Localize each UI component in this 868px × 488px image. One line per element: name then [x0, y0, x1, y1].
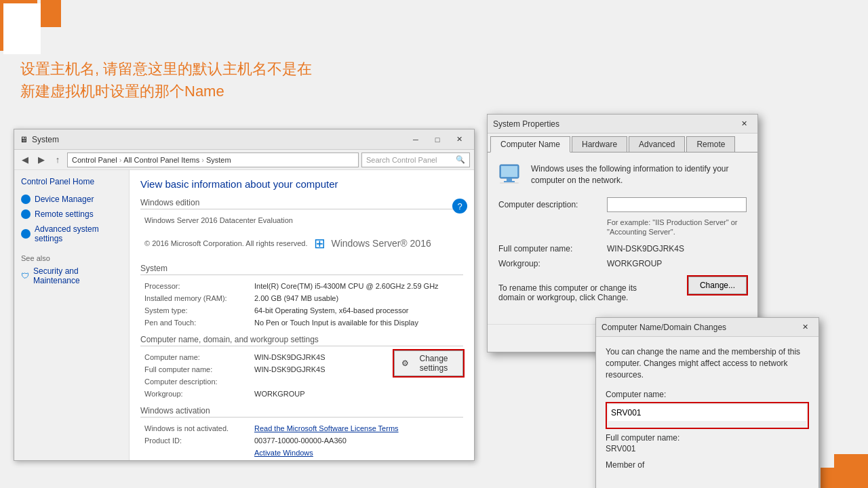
system-window-title: System: [32, 135, 59, 144]
pen-touch-label: Pen and Touch:: [142, 317, 250, 328]
sidebar-item-advanced-settings[interactable]: Advanced system settings: [21, 224, 122, 243]
comp-name-value: WIN-DSK9DGJRK4S: [252, 352, 393, 363]
device-manager-icon: [21, 195, 31, 204]
nav-back-button[interactable]: ◀: [18, 153, 32, 167]
workgroup-field-value: WORKGROUP: [607, 259, 662, 268]
address-bar: ◀ ▶ ↑ Control Panel › All Control Panel …: [14, 150, 474, 170]
product-id-label: Product ID:: [142, 435, 250, 446]
description-value2: [252, 376, 393, 387]
full-name-field-row: Full computer name: WIN-DSK9DGJRK4S: [498, 244, 747, 253]
nav-up-button[interactable]: ↑: [51, 153, 64, 167]
breadcrumb-sep2: ›: [201, 156, 204, 164]
domain-dialog-titlebar: Computer Name/Domain Changes ✕: [596, 318, 818, 337]
description-label2: Computer description:: [142, 376, 250, 387]
computer-name-input-label: Computer name:: [606, 390, 809, 399]
maximize-button[interactable]: □: [428, 133, 447, 146]
svg-rect-8: [504, 181, 515, 182]
background-decoration-bottomright: [814, 434, 868, 488]
workgroup-value2: WORKGROUP: [252, 388, 393, 399]
windows-edition-copyright: © 2016 Microsoft Corporation. All rights…: [142, 227, 462, 257]
computer-name-info: Windows uses the following information t…: [531, 163, 747, 186]
breadcrumb-part3[interactable]: System: [206, 156, 231, 164]
domain-dialog-title: Computer Name/Domain Changes: [601, 323, 726, 332]
tab-remote[interactable]: Remote: [686, 136, 735, 152]
windows-edition-table: Windows Server 2016 Datacenter Evaluatio…: [140, 214, 463, 258]
tab-computer-name[interactable]: Computer Name: [490, 136, 570, 152]
description-field-row: Computer description:: [498, 197, 747, 212]
minimize-button[interactable]: ─: [406, 133, 425, 146]
computer-name-input-container: [606, 402, 809, 429]
heading-line1: 设置主机名, 请留意这里的默认主机名不是在: [20, 58, 312, 80]
product-id-value: 00377-10000-00000-AA360: [252, 435, 462, 446]
description-input[interactable]: [607, 197, 747, 212]
system-type-value: 64-bit Operating System, x64-based proce…: [252, 305, 462, 316]
help-icon[interactable]: ?: [452, 199, 467, 214]
domain-changes-dialog: Computer Name/Domain Changes ✕ You can c…: [595, 317, 819, 488]
remote-settings-icon: [21, 209, 31, 219]
system-properties-dialog: System Properties ✕ Computer Name Hardwa…: [487, 114, 758, 352]
change-settings-button[interactable]: ⚙ Change settings: [394, 350, 463, 376]
domain-dialog-close-button[interactable]: ✕: [797, 321, 813, 334]
settings-icon: ⚙: [401, 359, 409, 368]
rename-text: To rename this computer or change its do…: [498, 283, 648, 302]
svg-rect-3: [834, 454, 868, 488]
tab-hardware[interactable]: Hardware: [572, 136, 627, 152]
domain-dialog-body: You can change the name and the membersh…: [596, 337, 818, 483]
breadcrumb: Control Panel › All Control Panel Items …: [67, 152, 359, 167]
computer-domain-section: Computer name, domain, and workgroup set…: [140, 335, 463, 346]
workgroup-field-row: Workgroup: WORKGROUP: [498, 259, 747, 268]
memory-value: 2.00 GB (947 MB usable): [252, 293, 462, 304]
svg-rect-4: [821, 468, 837, 488]
breadcrumb-part1[interactable]: Control Panel: [72, 156, 117, 164]
nav-forward-button[interactable]: ▶: [35, 153, 48, 167]
change-computer-name-button[interactable]: Change...: [688, 277, 747, 294]
domain-full-name-label: Full computer name:: [606, 433, 809, 443]
window-controls: ─ □ ✕: [406, 133, 469, 146]
computer-name-input[interactable]: [608, 405, 806, 421]
workgroup-label2: Workgroup:: [142, 388, 250, 399]
sys-props-titlebar: System Properties ✕: [488, 115, 757, 134]
svg-rect-2: [3, 3, 41, 54]
domain-dialog-footer: More... OK Cancel: [596, 483, 818, 488]
computer-domain-table: Computer name: WIN-DSK9DGJRK4S Full comp…: [140, 350, 394, 401]
breadcrumb-part2[interactable]: All Control Panel Items: [123, 156, 199, 164]
windows-edition-section: Windows edition: [140, 198, 463, 209]
sidebar-control-panel-home[interactable]: Control Panel Home: [21, 177, 122, 186]
search-placeholder: Search Control Panel: [366, 156, 437, 164]
search-box[interactable]: Search Control Panel 🔍: [361, 152, 470, 167]
activate-windows-link[interactable]: Activate Windows: [254, 449, 313, 457]
window-content: Control Panel Home Device Manager Remote…: [14, 170, 474, 460]
computer-icon-row: Windows uses the following information t…: [498, 163, 747, 188]
window-close-button[interactable]: ✕: [450, 133, 469, 146]
tab-advanced[interactable]: Advanced: [629, 136, 685, 152]
sidebar: Control Panel Home Device Manager Remote…: [14, 170, 130, 460]
see-also-label: See also: [21, 254, 122, 262]
sys-props-close-button[interactable]: ✕: [736, 117, 752, 131]
sidebar-item-security[interactable]: 🛡 Security and Maintenance: [21, 266, 122, 285]
activation-link[interactable]: Read the Microsoft Software License Term…: [254, 424, 399, 432]
system-window: 🖥 System ─ □ ✕ ◀ ▶ ↑ Control Panel › All…: [14, 129, 475, 461]
activation-section: Windows activation: [140, 406, 463, 418]
system-table: Processor: Intel(R) Core(TM) i5-4300M CP…: [140, 279, 463, 329]
system-window-icon: 🖥: [20, 135, 28, 144]
activation-text: Windows is not activated.: [142, 423, 250, 434]
activation-table: Windows is not activated. Read the Micro…: [140, 422, 463, 460]
heading-line2: 新建虚拟机时设置的那个Name: [20, 80, 312, 102]
breadcrumb-sep1: ›: [119, 156, 122, 164]
domain-full-name-value: SRV001: [606, 444, 809, 453]
full-name-field-label: Full computer name:: [498, 244, 607, 253]
processor-value: Intel(R) Core(TM) i5-4300M CPU @ 2.60GHz…: [252, 281, 462, 291]
background-decoration-topleft: [0, 0, 81, 54]
system-section: System: [140, 264, 463, 275]
advanced-settings-icon: [21, 229, 31, 239]
computer-icon: [498, 163, 523, 188]
sys-props-title: System Properties: [493, 119, 559, 129]
sidebar-item-device-manager[interactable]: Device Manager: [21, 195, 122, 204]
sidebar-item-remote-settings[interactable]: Remote settings: [21, 209, 122, 219]
full-name-label2: Full computer name:: [142, 364, 250, 375]
windows-server-logo: ⊞ Windows Server® 2016: [314, 235, 431, 251]
windows-flag-icon: ⊞: [314, 235, 326, 251]
heading-text: 设置主机名, 请留意这里的默认主机名不是在 新建虚拟机时设置的那个Name: [20, 58, 312, 102]
window-title-left: 🖥 System: [20, 135, 59, 144]
sys-props-tab-bar: Computer Name Hardware Advanced Remote: [488, 134, 757, 152]
